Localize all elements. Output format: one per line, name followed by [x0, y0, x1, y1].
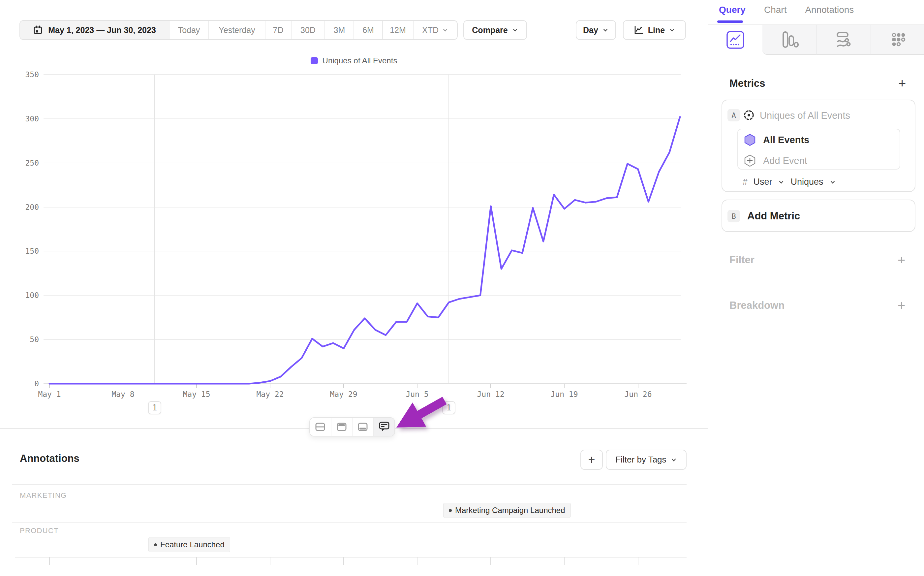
visualization-tabs — [709, 25, 924, 55]
preset-7d[interactable]: 7D — [265, 21, 291, 39]
sidebar-tabs: Query Chart Annotations — [719, 5, 854, 15]
viz-tab-metrics-grid[interactable] — [871, 25, 924, 55]
chevron-down-icon — [512, 27, 519, 33]
y-gridline — [43, 295, 681, 296]
layout-rows-button[interactable] — [310, 418, 331, 436]
y-gridline — [43, 207, 681, 208]
viz-tab-bar[interactable] — [763, 25, 817, 55]
count-symbol: # — [743, 177, 747, 187]
annotation-chip[interactable]: Feature Launched — [148, 537, 230, 552]
add-event-hexagon-icon — [743, 154, 756, 167]
annotation-dot — [449, 509, 452, 512]
x-axis — [43, 383, 686, 384]
filter-by-tags-button[interactable]: Filter by Tags — [606, 450, 686, 470]
add-annotation-button[interactable]: + — [580, 450, 603, 470]
viz-tab-flow[interactable] — [817, 25, 871, 55]
annotation-count-badge[interactable]: 1 — [442, 401, 455, 414]
active-tab-underline — [717, 21, 743, 23]
add-metric-plus-button[interactable]: + — [898, 77, 906, 90]
y-axis-label: 50 — [10, 335, 39, 344]
breakdown-section-label: Breakdown — [729, 299, 785, 311]
y-gridline — [43, 118, 681, 119]
viz-tab-insights-line[interactable] — [709, 25, 763, 55]
x-axis-tick — [490, 384, 491, 388]
comment-annotation-button[interactable] — [373, 418, 395, 436]
annotations-timeline-axis — [15, 557, 686, 558]
preset-30d[interactable]: 30D — [291, 21, 324, 39]
chevron-down-icon — [829, 179, 836, 186]
tab-annotations[interactable]: Annotations — [805, 5, 854, 15]
add-breakdown-button[interactable]: + — [898, 299, 905, 312]
y-axis-label: 300 — [10, 114, 39, 123]
metric-b-badge: B — [728, 210, 740, 222]
legend-swatch — [311, 57, 318, 64]
annotation-row-divider — [12, 484, 686, 485]
preset-today[interactable]: Today — [169, 21, 208, 39]
layout-rows-icon — [314, 421, 326, 432]
annotation-dot — [154, 543, 157, 546]
compare-button[interactable]: Compare — [463, 20, 527, 40]
x-axis-label: May 8 — [100, 390, 146, 398]
pointer-arrow — [0, 0, 708, 576]
layout-top-button[interactable] — [331, 418, 352, 436]
metric-config-icon[interactable] — [743, 109, 755, 122]
y-axis-label: 100 — [10, 291, 39, 299]
x-axis-tick — [564, 384, 565, 388]
annotation-chip[interactable]: Marketing Campaign Launched — [443, 503, 571, 518]
add-metric-card[interactable]: B Add Metric — [721, 200, 915, 232]
timeline-tick — [196, 557, 197, 565]
layout-bottom-button[interactable] — [352, 418, 373, 436]
timeline-tick — [49, 557, 50, 565]
x-axis-label: Jun 26 — [615, 390, 661, 398]
add-filter-button[interactable]: + — [898, 253, 905, 267]
preset-12m[interactable]: 12M — [382, 21, 413, 39]
metric-a-badge: A — [728, 109, 740, 122]
preset-3m[interactable]: 3M — [324, 21, 354, 39]
insights-line-icon — [726, 31, 745, 49]
annotation-group-product: PRODUCT — [20, 526, 59, 535]
metrics-grid-icon — [889, 30, 907, 49]
chevron-down-icon — [670, 457, 677, 463]
x-axis-label: May 22 — [247, 390, 293, 398]
chevron-down-icon — [669, 27, 675, 33]
add-metric-label: Add Metric — [747, 210, 800, 222]
x-axis-label: May 1 — [26, 390, 73, 398]
date-range-button[interactable]: May 1, 2023 — Jun 30, 2023 — [20, 21, 169, 39]
uniques-series-line — [0, 0, 708, 576]
y-gridline — [43, 339, 681, 340]
granularity-button[interactable]: Day — [576, 20, 616, 40]
chevron-down-icon — [778, 179, 785, 186]
event-row-all-events[interactable]: All Events — [743, 133, 809, 146]
annotation-marker-line — [448, 75, 449, 384]
tab-chart[interactable]: Chart — [764, 5, 787, 15]
annotations-section-title: Annotations — [20, 453, 80, 464]
x-axis-label: May 15 — [174, 390, 220, 398]
flow-icon — [835, 30, 853, 49]
timeline-tick — [343, 557, 344, 565]
tab-query[interactable]: Query — [719, 5, 745, 15]
x-axis-label: Jun 5 — [394, 390, 440, 398]
timeline-tick — [490, 557, 491, 565]
agg-entity-dropdown[interactable]: User — [753, 177, 772, 187]
preset-xtd-dropdown[interactable]: XTD — [413, 21, 457, 39]
y-axis-label: 150 — [10, 247, 39, 255]
layout-top-icon — [336, 421, 347, 432]
events-list-card: All Events Add Event — [737, 129, 900, 170]
preset-yesterday[interactable]: Yesterday — [208, 21, 265, 39]
query-sidebar: Query Chart Annotations — [708, 0, 924, 576]
chart-type-button[interactable]: Line — [623, 20, 686, 40]
timeline-tick — [417, 557, 418, 565]
annotation-group-marketing: MARKETING — [20, 491, 67, 500]
agg-type-dropdown[interactable]: Uniques — [790, 177, 823, 187]
date-range-label: May 1, 2023 — Jun 30, 2023 — [48, 26, 156, 35]
add-event-row[interactable]: Add Event — [743, 154, 807, 167]
metric-a-name[interactable]: Uniques of All Events — [760, 110, 850, 121]
x-axis-tick — [638, 384, 638, 388]
metric-a-card: A Uniques of All Events All Events Add E… — [721, 100, 915, 192]
timeline-tick — [638, 557, 638, 565]
chart-legend[interactable]: Uniques of All Events — [0, 56, 708, 65]
x-axis-label: Jun 19 — [541, 390, 587, 398]
preset-6m[interactable]: 6M — [354, 21, 382, 39]
annotation-count-badge[interactable]: 1 — [148, 401, 161, 414]
y-axis-label: 250 — [10, 159, 39, 167]
